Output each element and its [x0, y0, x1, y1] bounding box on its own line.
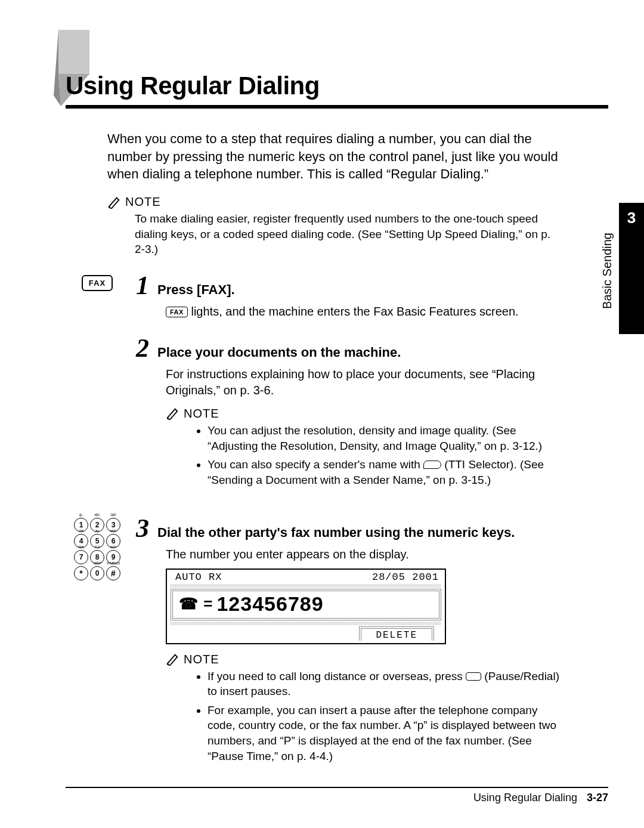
chapter-number: 3: [627, 209, 636, 227]
note-icon: [107, 196, 120, 209]
note-icon: [166, 407, 179, 420]
lcd-status: AUTO RX: [175, 571, 222, 583]
note-label: NOTE: [184, 407, 219, 421]
numeric-keypad-icon: 1@.-2ABC3DEF4GHI5JKL6MNO7PRS8TUV9WXY*0OP…: [70, 518, 124, 580]
note-item: You can adjust the resolution, density a…: [208, 423, 561, 453]
inline-fax-key-icon: FAX: [166, 307, 188, 317]
step-title: Place your documents on the machine.: [157, 345, 401, 360]
note-item: You can also specify a sender's name wit…: [208, 457, 561, 487]
note-item: If you need to call long distance or ove…: [208, 669, 561, 699]
top-note-text: To make dialing easier, register frequen…: [135, 211, 561, 257]
fax-key-icon: FAX: [82, 275, 113, 291]
step-1-body-text: lights, and the machine enters the Fax B…: [188, 305, 519, 318]
step-3-note-list: If you need to call long distance or ove…: [208, 669, 561, 764]
lcd-datetime: 28/05 2001: [372, 571, 439, 583]
lcd-display: AUTO RX 28/05 2001 ☎ = 123456789 DELETE: [166, 569, 446, 644]
page-number: 3-27: [587, 792, 608, 804]
chapter-label: Basic Sending: [600, 233, 614, 309]
keypad-key-*: *: [74, 566, 88, 580]
lcd-number: 123456789: [216, 592, 323, 616]
step-2: 2 Place your documents on the machine. F…: [70, 336, 561, 500]
intro-paragraph: When you come to a step that requires di…: [107, 130, 561, 183]
step-title: Dial the other party's fax number using …: [157, 525, 515, 540]
step-3-note: NOTE If you need to call long distance o…: [166, 653, 561, 764]
keypad-key-7: 7PRS: [74, 550, 88, 564]
tti-selector-icon: [423, 461, 441, 469]
step-2-note: NOTE You can adjust the resolution, dens…: [166, 407, 561, 488]
note-item: For example, you can insert a pause afte…: [208, 703, 561, 764]
page-footer: Using Regular Dialing 3-27: [66, 765, 608, 804]
step-2-note-list: You can adjust the resolution, density a…: [208, 423, 561, 488]
step-number: 3: [136, 517, 149, 540]
step-number: 2: [136, 336, 149, 360]
top-note: NOTE To make dialing easier, register fr…: [107, 195, 561, 257]
note-label: NOTE: [184, 653, 219, 666]
note-label: NOTE: [125, 195, 161, 209]
pause-redial-key-icon: [466, 672, 481, 681]
step-number: 1: [136, 274, 149, 298]
step-3-body: The number you enter appears on the disp…: [166, 546, 561, 563]
lcd-softkey-delete: DELETE: [359, 626, 434, 641]
step-2-body: For instructions explaining how to place…: [166, 366, 561, 398]
step-1: FAX 1 Press [FAX]. FAX lights, and the m…: [70, 274, 561, 320]
step-title: Press [FAX].: [157, 282, 235, 298]
footer-title: Using Regular Dialing: [473, 792, 577, 804]
keypad-key-#: #SYMBOLS: [106, 566, 120, 580]
chapter-tab: 3: [619, 203, 644, 334]
title-rule: [66, 105, 608, 109]
page-title: Using Regular Dialing: [66, 72, 608, 100]
note-icon: [166, 653, 179, 666]
step-1-body: FAX lights, and the machine enters the F…: [166, 304, 561, 320]
keypad-key-0: 0OPER: [90, 566, 104, 580]
telephone-icon: ☎ =: [179, 595, 213, 613]
step-3: 1@.-2ABC3DEF4GHI5JKL6MNO7PRS8TUV9WXY*0OP…: [70, 517, 561, 776]
